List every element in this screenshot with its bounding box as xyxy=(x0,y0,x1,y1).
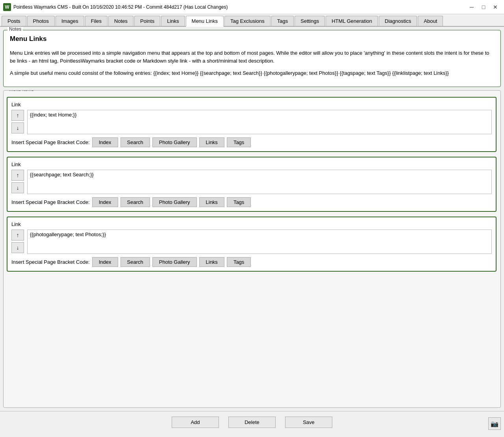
move-down-button-3[interactable]: ↓ xyxy=(11,242,24,253)
notes-paragraph2: A simple but useful menu could consist o… xyxy=(10,69,494,77)
window-title: Pointless Waymarks CMS - Built On 10/16/… xyxy=(13,4,228,10)
notes-heading: Menu Links xyxy=(10,35,494,43)
menu-item-card-3: Link ↑ ↓ Insert Special Page Bracket Cod… xyxy=(7,217,497,272)
camera-icon: 📷 xyxy=(491,420,498,428)
bracket-code-row-3: Insert Special Page Bracket Code: Index … xyxy=(11,257,492,267)
bracket-photogallery-btn-1[interactable]: Photo Gallery xyxy=(152,137,197,147)
main-content: Notes Menu Links Menu Link entries will … xyxy=(0,27,504,411)
bracket-search-btn-2[interactable]: Search xyxy=(120,197,150,207)
menu-item-card-1: Link ↑ ↓ Insert Special Page Bracket Cod… xyxy=(7,97,497,152)
tab-tags[interactable]: Tags xyxy=(271,16,294,26)
tab-notes[interactable]: Notes xyxy=(108,16,133,26)
bracket-photogallery-btn-3[interactable]: Photo Gallery xyxy=(152,257,197,267)
add-button[interactable]: Add xyxy=(172,417,219,428)
bracket-index-btn-2[interactable]: Index xyxy=(92,197,118,207)
link-row-1: ↑ ↓ xyxy=(11,110,492,134)
notes-paragraph1: Menu Link entries will be processed into… xyxy=(10,49,494,65)
tab-menulinks[interactable]: Menu Links xyxy=(186,16,224,27)
save-button[interactable]: Save xyxy=(285,417,332,428)
link-label-1: Link xyxy=(11,102,492,107)
move-up-button-2[interactable]: ↑ xyxy=(11,170,24,181)
title-bar: W Pointless Waymarks CMS - Built On 10/1… xyxy=(0,0,504,14)
menu-items-section: Menu Items Link ↑ ↓ Insert Special Page … xyxy=(3,90,501,408)
close-button[interactable]: ✕ xyxy=(490,2,501,12)
arrow-buttons-1: ↑ ↓ xyxy=(11,110,24,133)
bracket-photogallery-btn-2[interactable]: Photo Gallery xyxy=(152,197,197,207)
arrow-buttons-2: ↑ ↓ xyxy=(11,170,24,193)
link-input-2[interactable] xyxy=(27,170,492,194)
tab-tagexclusions[interactable]: Tag Exclusions xyxy=(224,16,271,26)
tab-posts[interactable]: Posts xyxy=(2,16,26,26)
notes-body: Menu Link entries will be processed into… xyxy=(10,49,494,77)
app-icon: W xyxy=(3,3,11,11)
move-down-button-1[interactable]: ↓ xyxy=(11,122,24,133)
bracket-tags-btn-1[interactable]: Tags xyxy=(227,137,251,147)
bracket-index-btn-1[interactable]: Index xyxy=(92,137,118,147)
tab-htmlgeneration[interactable]: HTML Generation xyxy=(326,16,378,26)
tab-links[interactable]: Links xyxy=(161,16,185,26)
tab-diagnostics[interactable]: Diagnostics xyxy=(379,16,417,26)
tab-photos[interactable]: Photos xyxy=(27,16,55,26)
bracket-links-btn-1[interactable]: Links xyxy=(199,137,224,147)
camera-icon-button[interactable]: 📷 xyxy=(488,417,501,430)
link-input-3[interactable] xyxy=(27,230,492,254)
link-row-2: ↑ ↓ xyxy=(11,170,492,194)
title-bar-left: W Pointless Waymarks CMS - Built On 10/1… xyxy=(3,3,228,11)
bracket-search-btn-1[interactable]: Search xyxy=(120,137,150,147)
tab-images[interactable]: Images xyxy=(56,16,84,26)
bracket-links-btn-3[interactable]: Links xyxy=(199,257,224,267)
bracket-search-btn-3[interactable]: Search xyxy=(120,257,150,267)
menu-items-label: Menu Items xyxy=(7,90,35,92)
window-controls: ─ □ ✕ xyxy=(466,2,501,12)
minimize-button[interactable]: ─ xyxy=(466,2,477,12)
move-up-button-1[interactable]: ↑ xyxy=(11,110,24,121)
link-label-3: Link xyxy=(11,221,492,227)
menu-item-card-2: Link ↑ ↓ Insert Special Page Bracket Cod… xyxy=(7,157,497,212)
link-input-1[interactable] xyxy=(27,110,492,134)
move-up-button-3[interactable]: ↑ xyxy=(11,230,24,241)
bottom-bar: Add Delete Save 📷 xyxy=(0,411,504,433)
bracket-label-2: Insert Special Page Bracket Code: xyxy=(11,199,90,205)
notes-section-label: Notes xyxy=(7,27,23,32)
bracket-label-3: Insert Special Page Bracket Code: xyxy=(11,259,90,265)
link-label-2: Link xyxy=(11,161,492,167)
tab-about[interactable]: About xyxy=(418,16,443,26)
move-down-button-2[interactable]: ↓ xyxy=(11,182,24,193)
tab-points[interactable]: Points xyxy=(134,16,160,26)
link-row-3: ↑ ↓ xyxy=(11,230,492,254)
bracket-code-row-2: Insert Special Page Bracket Code: Index … xyxy=(11,197,492,207)
bracket-label-1: Insert Special Page Bracket Code: xyxy=(11,139,90,145)
delete-button[interactable]: Delete xyxy=(228,417,276,428)
bracket-tags-btn-2[interactable]: Tags xyxy=(227,197,251,207)
arrow-buttons-3: ↑ ↓ xyxy=(11,230,24,253)
bracket-code-row-1: Insert Special Page Bracket Code: Index … xyxy=(11,137,492,147)
menu-items-scroll[interactable]: Link ↑ ↓ Insert Special Page Bracket Cod… xyxy=(4,91,500,408)
tab-bar: Posts Photos Images Files Notes Points L… xyxy=(0,14,504,27)
bracket-tags-btn-3[interactable]: Tags xyxy=(227,257,251,267)
maximize-button[interactable]: □ xyxy=(478,2,489,12)
tab-settings[interactable]: Settings xyxy=(295,16,325,26)
bracket-index-btn-3[interactable]: Index xyxy=(92,257,118,267)
bracket-links-btn-2[interactable]: Links xyxy=(199,197,224,207)
notes-section: Notes Menu Links Menu Link entries will … xyxy=(3,30,501,87)
tab-files[interactable]: Files xyxy=(85,16,107,26)
